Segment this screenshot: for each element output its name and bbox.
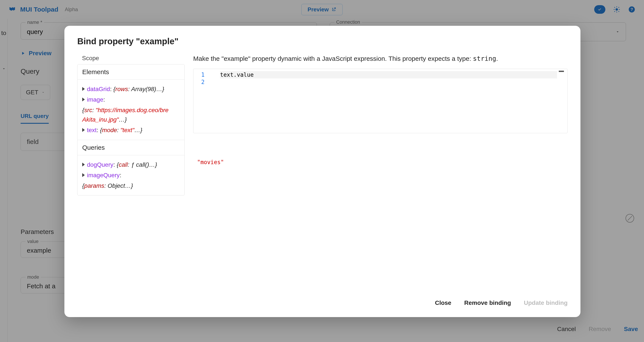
expression-result: "movies"	[193, 159, 568, 165]
queries-heading: Queries	[78, 140, 184, 155]
editor-gutter: 1 2	[194, 69, 207, 133]
scope-item-text[interactable]: text: {mode: "text"…}	[82, 125, 180, 135]
expand-icon[interactable]	[82, 173, 85, 177]
scope-panel: Elements dataGrid: {rows: Array(98)…} im…	[77, 64, 184, 195]
elements-heading: Elements	[78, 65, 184, 80]
bind-property-dialog: Bind property "example" Scope Elements d…	[64, 26, 580, 317]
expand-icon[interactable]	[82, 87, 85, 91]
queries-body: dogQuery: {call: ƒ call()…} imageQuery: …	[78, 155, 184, 195]
scope-item-imageQuery[interactable]: imageQuery:	[82, 171, 180, 180]
scope-item-image-detail: {src: "https://images.dog.ceo/bre Akita_…	[82, 106, 180, 125]
code-line-2	[220, 78, 557, 86]
expression-editor[interactable]: 1 2 text.value	[193, 69, 568, 133]
expand-icon[interactable]	[82, 98, 85, 101]
dialog-title: Bind property "example"	[77, 37, 568, 46]
editor-content[interactable]: text.value	[207, 69, 567, 133]
remove-binding-button[interactable]: Remove binding	[464, 299, 511, 306]
scope-item-imageQuery-detail: {params: Object…}	[82, 181, 180, 191]
update-binding-button: Update binding	[524, 299, 568, 306]
editor-description: Make the "example" property dynamic with…	[193, 55, 568, 62]
scope-label: Scope	[82, 55, 184, 62]
scope-item-image[interactable]: image:	[82, 95, 180, 105]
elements-body: dataGrid: {rows: Array(98)…} image: {src…	[78, 80, 184, 140]
code-line-1: text.value	[220, 71, 557, 78]
editor-minimap-icon	[559, 71, 564, 72]
scope-item-dogQuery[interactable]: dogQuery: {call: ƒ call()…}	[82, 160, 180, 170]
expand-icon[interactable]	[82, 128, 85, 132]
close-button[interactable]: Close	[435, 299, 451, 306]
expand-icon[interactable]	[82, 163, 85, 166]
scope-item-dataGrid[interactable]: dataGrid: {rows: Array(98)…}	[82, 84, 180, 94]
